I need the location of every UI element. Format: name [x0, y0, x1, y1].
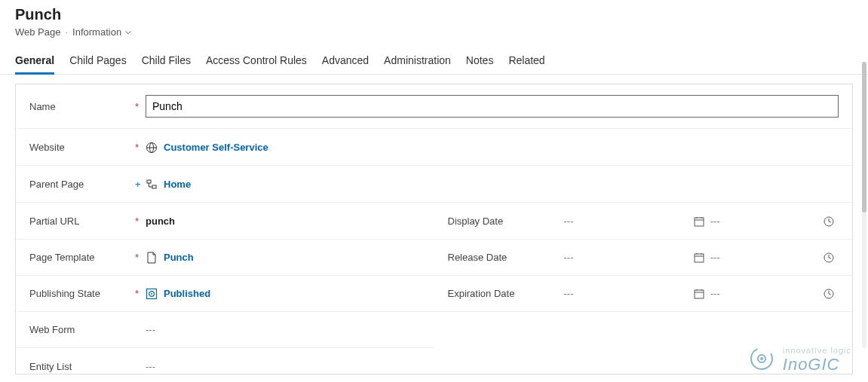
- label-page-template: Page Template: [29, 252, 135, 263]
- label-web-form: Web Form: [29, 324, 135, 335]
- display-date-calendar[interactable]: ---: [694, 215, 792, 227]
- expiration-date-calendar[interactable]: ---: [694, 288, 792, 299]
- calendar-icon: [694, 216, 704, 227]
- label-release-date: Release Date: [448, 252, 554, 263]
- field-name: Name *: [16, 84, 852, 129]
- required-indicator: *: [135, 252, 146, 263]
- field-web-form: Web Form ---: [16, 312, 434, 348]
- tab-general[interactable]: General: [15, 51, 54, 74]
- required-indicator: *: [135, 142, 146, 153]
- entity-list-value: ---: [146, 361, 155, 372]
- form-area: Name * Website * Customer Self-Service P…: [15, 84, 853, 374]
- release-date-date-input[interactable]: ---: [564, 252, 662, 263]
- release-date-date-value: ---: [564, 252, 574, 263]
- field-page-template: Page Template * Punch: [16, 240, 434, 276]
- tab-notes[interactable]: Notes: [466, 51, 494, 74]
- svg-rect-4: [152, 185, 156, 188]
- tab-access-control-rules[interactable]: Access Control Rules: [206, 51, 307, 74]
- field-publishing-state: Publishing State * Published: [16, 276, 434, 312]
- label-name: Name: [29, 101, 135, 112]
- label-publishing-state: Publishing State: [29, 288, 135, 299]
- field-parent-page: Parent Page + Home: [16, 167, 852, 203]
- tab-related[interactable]: Related: [508, 51, 544, 74]
- release-date-cal-value: ---: [710, 252, 720, 263]
- clock-icon: [824, 252, 834, 263]
- field-entity-list: Entity List ---: [16, 348, 434, 374]
- release-date-time-input[interactable]: [824, 252, 834, 263]
- svg-rect-5: [695, 218, 704, 226]
- tab-advanced[interactable]: Advanced: [322, 51, 369, 74]
- label-expiration-date: Expiration Date: [448, 288, 554, 299]
- display-date-time-input[interactable]: [824, 216, 834, 227]
- entity-type-label: Web Page: [15, 26, 60, 38]
- parent-page-value: Home: [164, 179, 191, 190]
- expiration-date-date-value: ---: [564, 288, 574, 299]
- form-selector-label: Information: [72, 26, 121, 38]
- web-form-lookup[interactable]: ---: [146, 324, 421, 335]
- page-template-lookup[interactable]: Punch: [146, 252, 421, 264]
- tab-bar: GeneralChild PagesChild FilesAccess Cont…: [0, 38, 868, 75]
- website-lookup[interactable]: Customer Self-Service: [146, 142, 839, 154]
- display-date-cal-value: ---: [710, 215, 720, 227]
- template-icon: [146, 252, 158, 264]
- globe-icon: [146, 142, 158, 154]
- svg-rect-3: [147, 180, 151, 183]
- recommended-indicator: +: [135, 179, 146, 190]
- required-indicator: *: [135, 288, 146, 299]
- field-release-date: Release Date --- ---: [434, 240, 853, 276]
- expiration-date-date-input[interactable]: ---: [564, 288, 662, 299]
- breadcrumb: Web Page · Information: [15, 26, 853, 38]
- display-date-date-value: ---: [564, 215, 574, 227]
- required-indicator: *: [135, 215, 146, 227]
- scrollbar-thumb[interactable]: [862, 62, 866, 212]
- page-template-value: Punch: [164, 252, 194, 263]
- label-parent-page: Parent Page: [29, 179, 135, 190]
- calendar-icon: [694, 252, 704, 263]
- partial-url-value: punch: [146, 215, 175, 227]
- clock-icon: [824, 216, 834, 227]
- page-tree-icon: [146, 179, 158, 191]
- required-indicator: *: [135, 101, 146, 112]
- svg-rect-18: [695, 290, 704, 298]
- web-form-value: ---: [146, 324, 155, 335]
- svg-point-17: [151, 293, 152, 295]
- field-display-date: Display Date --- ---: [434, 203, 853, 240]
- field-website: Website * Customer Self-Service: [16, 130, 852, 166]
- label-entity-list: Entity List: [29, 361, 135, 372]
- state-icon: [146, 288, 158, 300]
- breadcrumb-separator: ·: [65, 26, 68, 38]
- tab-child-pages[interactable]: Child Pages: [69, 51, 127, 74]
- expiration-date-cal-value: ---: [710, 288, 720, 299]
- form-selector[interactable]: Information: [72, 26, 132, 38]
- display-date-date-input[interactable]: ---: [564, 215, 662, 227]
- label-display-date: Display Date: [448, 215, 554, 227]
- field-partial-url: Partial URL * punch: [16, 203, 434, 240]
- publishing-state-value: Published: [164, 288, 210, 299]
- calendar-icon: [694, 289, 704, 299]
- expiration-date-time-input[interactable]: [824, 289, 834, 299]
- name-input[interactable]: [146, 95, 839, 118]
- chevron-down-icon: [124, 29, 132, 36]
- label-partial-url: Partial URL: [29, 215, 135, 227]
- entity-list-lookup[interactable]: ---: [146, 361, 421, 372]
- clock-icon: [824, 289, 834, 299]
- vertical-scrollbar[interactable]: [862, 62, 866, 348]
- publishing-state-lookup[interactable]: Published: [146, 288, 421, 300]
- svg-rect-10: [695, 254, 704, 262]
- partial-url-input[interactable]: punch: [146, 215, 421, 227]
- tab-child-files[interactable]: Child Files: [142, 51, 191, 74]
- label-website: Website: [29, 142, 135, 153]
- tab-administration[interactable]: Administration: [384, 51, 451, 74]
- page-title: Punch: [15, 6, 853, 23]
- parent-page-lookup[interactable]: Home: [146, 179, 839, 191]
- website-value: Customer Self-Service: [164, 142, 268, 153]
- release-date-calendar[interactable]: ---: [694, 252, 792, 263]
- field-expiration-date: Expiration Date --- ---: [434, 276, 853, 312]
